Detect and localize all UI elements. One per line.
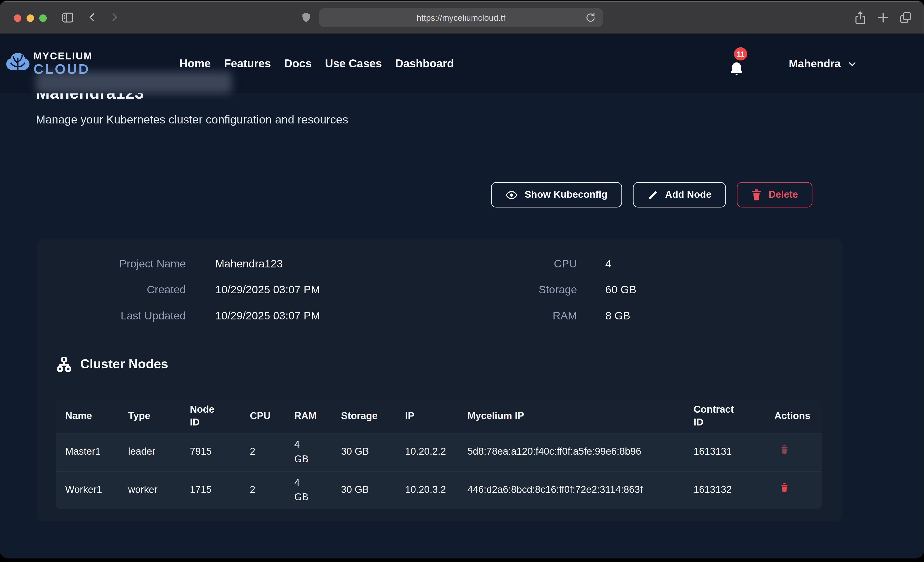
- table-row-master1: Master1 leader 7915 2 4 GB 30 GB 10.20.2…: [56, 433, 822, 471]
- nav-link-dashboard[interactable]: Dashboard: [395, 57, 454, 70]
- reload-icon[interactable]: [585, 12, 596, 23]
- info-label: Storage: [441, 282, 577, 297]
- info-value: Mahendra123: [215, 256, 283, 272]
- add-node-label: Add Node: [665, 189, 712, 200]
- url-text: https://myceliumcloud.tf: [417, 13, 506, 22]
- browser-chrome: https://myceliumcloud.tf: [0, 1, 924, 34]
- info-row-project-name: Project Name Mahendra123: [37, 256, 320, 282]
- info-value: 4: [605, 256, 611, 272]
- nav-link-docs[interactable]: Docs: [284, 57, 312, 70]
- forward-icon[interactable]: [108, 12, 120, 23]
- col-storage: Storage: [332, 410, 396, 423]
- cell-storage: 30 GB: [332, 483, 396, 497]
- notification-badge: 11: [734, 47, 747, 61]
- user-menu[interactable]: Mahendra: [789, 34, 857, 94]
- cell-contract-id: 1613131: [684, 445, 765, 459]
- col-ram: RAM: [285, 410, 332, 423]
- page-subtitle: Manage your Kubernetes cluster configura…: [36, 113, 348, 126]
- web-page: MYCELIUM CLOUD Home Features Docs Use Ca…: [0, 34, 924, 558]
- table-header-row: Name Type Node ID CPU RAM Storage IP Myc…: [56, 399, 822, 433]
- blurred-redaction: [36, 72, 232, 94]
- tabs-overview-icon[interactable]: [899, 11, 912, 24]
- traffic-light-close-icon[interactable]: [14, 14, 21, 21]
- cell-mycelium-ip: 446:d2a6:8bcd:8c16:ff0f:72e2:3114:863f: [458, 483, 684, 497]
- col-cpu: CPU: [240, 410, 285, 423]
- network-icon: [56, 356, 72, 372]
- col-ip: IP: [396, 410, 458, 423]
- shield-icon[interactable]: [301, 10, 312, 24]
- cell-cpu: 2: [240, 445, 285, 459]
- user-name: Mahendra: [789, 57, 841, 70]
- info-label: Created: [37, 282, 186, 297]
- info-value: 8 GB: [605, 308, 630, 323]
- nav-link-features[interactable]: Features: [224, 57, 271, 70]
- col-actions: Actions: [765, 410, 822, 423]
- cell-mycelium-ip: 5d8:78ea:a120:f40c:ff0f:a5fe:99e6:8b96: [458, 445, 684, 459]
- info-row-last-updated: Last Updated 10/29/2025 03:07 PM: [37, 308, 320, 334]
- cell-storage: 30 GB: [332, 445, 396, 459]
- eye-icon: [506, 189, 518, 201]
- cluster-nodes-header: Cluster Nodes: [56, 356, 168, 372]
- traffic-light-minimize-icon[interactable]: [27, 14, 34, 21]
- cell-node-id: 7915: [180, 445, 240, 459]
- col-type: Type: [119, 410, 181, 423]
- delete-node-button[interactable]: [780, 483, 789, 493]
- screenshot: https://myceliumcloud.tf: [0, 0, 924, 562]
- traffic-light-zoom-icon[interactable]: [39, 14, 46, 21]
- info-row-cpu: CPU 4: [441, 256, 636, 282]
- delete-label: Delete: [769, 189, 798, 200]
- cell-name: Worker1: [56, 483, 119, 497]
- browser-window: https://myceliumcloud.tf: [0, 1, 924, 558]
- info-value: 60 GB: [605, 282, 636, 297]
- cell-name: Master1: [56, 445, 119, 459]
- add-node-button[interactable]: Add Node: [633, 182, 726, 208]
- cluster-info-right: CPU 4 Storage 60 GB RAM 8 GB: [441, 256, 636, 334]
- new-tab-icon[interactable]: [876, 11, 890, 24]
- cell-type: worker: [119, 483, 181, 497]
- sidebar-toggle-icon[interactable]: [61, 11, 75, 24]
- pencil-icon: [647, 189, 658, 200]
- cell-ram: 4 GB: [285, 438, 332, 466]
- address-bar[interactable]: https://myceliumcloud.tf: [319, 8, 603, 27]
- nav-link-home[interactable]: Home: [180, 57, 211, 70]
- cell-node-id: 1715: [180, 483, 240, 497]
- col-name: Name: [56, 410, 119, 423]
- cell-ip: 10.20.3.2: [396, 483, 458, 497]
- cell-ram: 4 GB: [285, 476, 332, 504]
- table-row-worker1: Worker1 worker 1715 2 4 GB 30 GB 10.20.3…: [56, 471, 822, 509]
- nav-link-use-cases[interactable]: Use Cases: [325, 57, 382, 70]
- col-node-id: Node ID: [180, 404, 240, 429]
- back-icon[interactable]: [87, 12, 98, 23]
- delete-cluster-button[interactable]: Delete: [737, 182, 813, 208]
- cell-ip: 10.20.2.2: [396, 445, 458, 459]
- cluster-details-card: Project Name Mahendra123 Created 10/29/2…: [37, 239, 843, 521]
- info-value: 10/29/2025 03:07 PM: [215, 308, 320, 323]
- col-mycelium-ip: Mycelium IP: [458, 410, 684, 423]
- notifications-button[interactable]: 11: [729, 49, 756, 81]
- info-row-storage: Storage 60 GB: [441, 282, 636, 308]
- show-kubeconfig-button[interactable]: Show Kubeconfig: [491, 182, 622, 208]
- info-label: Last Updated: [37, 308, 186, 323]
- bell-icon: [729, 61, 744, 78]
- cluster-info-left: Project Name Mahendra123 Created 10/29/2…: [37, 256, 320, 334]
- cell-contract-id: 1613132: [684, 483, 765, 497]
- show-kubeconfig-label: Show Kubeconfig: [525, 189, 608, 200]
- info-label: RAM: [441, 308, 577, 323]
- chevron-down-icon: [848, 59, 857, 69]
- delete-node-button[interactable]: [780, 445, 789, 455]
- mycelium-tree-icon: [4, 51, 31, 76]
- cell-cpu: 2: [240, 483, 285, 497]
- info-value: 10/29/2025 03:07 PM: [215, 282, 320, 297]
- col-contract-id: Contract ID: [684, 404, 765, 429]
- cell-type: leader: [119, 445, 181, 459]
- section-title: Cluster Nodes: [80, 357, 168, 372]
- info-row-ram: RAM 8 GB: [441, 308, 636, 334]
- cluster-actions: Show Kubeconfig Add Node Delete: [37, 182, 813, 208]
- nodes-table: Name Type Node ID CPU RAM Storage IP Myc…: [56, 399, 822, 509]
- info-label: CPU: [441, 256, 577, 272]
- share-icon[interactable]: [854, 11, 867, 25]
- info-label: Project Name: [37, 256, 186, 272]
- brand-name-top: MYCELIUM: [34, 51, 93, 61]
- trash-icon: [751, 189, 762, 200]
- info-row-created: Created 10/29/2025 03:07 PM: [37, 282, 320, 308]
